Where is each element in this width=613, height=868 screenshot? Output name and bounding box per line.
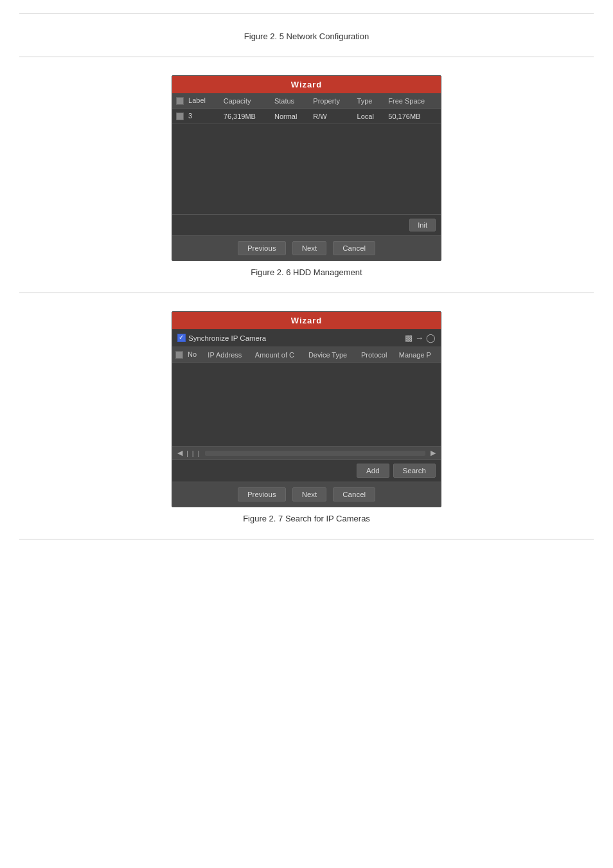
bottom-divider (19, 539, 594, 539)
hdd-init-button[interactable]: Init (409, 219, 436, 231)
camera-icon: ◯ (426, 333, 436, 343)
ipcam-empty-area (172, 363, 441, 446)
ipcam-header-row: No IP Address Amount of C Device Type Pr… (172, 347, 441, 363)
hdd-footer-bar: Init (172, 214, 441, 235)
sync-checkbox[interactable] (177, 334, 186, 342)
ipcam-select-all-checkbox[interactable] (175, 351, 183, 359)
hdd-select-all-checkbox[interactable] (176, 97, 184, 105)
hdd-next-button[interactable]: Next (292, 241, 327, 255)
hdd-col-property: Property (309, 93, 353, 109)
hdd-previous-button[interactable]: Previous (238, 241, 286, 255)
page-container: Figure 2. 5 Network Configuration Wizard… (0, 0, 613, 868)
scroll-track[interactable] (205, 451, 425, 456)
sync-label-container: Synchronize IP Camera (177, 334, 266, 342)
ipcam-add-button[interactable]: Add (357, 464, 389, 478)
scroll-sep2: | (191, 449, 195, 457)
hdd-table-wrap: Label Capacity Status Property Type Free… (172, 93, 441, 214)
hdd-col-status: Status (271, 93, 309, 109)
figure-1-caption: Figure 2. 5 Network Configuration (19, 32, 594, 41)
ipcam-bottom-bar: Previous Next Cancel (172, 482, 441, 507)
hdd-wizard-dialog: Wizard Label Capacity Status Property (172, 75, 441, 261)
ipcam-table: No IP Address Amount of C Device Type Pr… (172, 347, 441, 446)
ipcam-add-row: Add Search (172, 459, 441, 482)
hdd-empty-area (172, 124, 441, 214)
hdd-row-label: 3 (172, 109, 220, 124)
scroll-sep1: | (185, 449, 190, 457)
hdd-col-freespace: Free Space (384, 93, 441, 109)
ipcam-col-no: No (172, 347, 204, 363)
scroll-sep3: | (197, 449, 201, 457)
hdd-col-label: Label (172, 93, 220, 109)
hdd-cancel-button[interactable]: Cancel (333, 241, 375, 255)
scroll-right-arrow[interactable]: ▶ (429, 449, 437, 457)
ipcam-col-protocol: Protocol (358, 347, 396, 363)
section-network-config: Figure 2. 5 Network Configuration (0, 14, 613, 57)
scroll-left-arrow[interactable]: ◀ (176, 449, 184, 457)
ipcam-wizard-dialog: Wizard Synchronize IP Camera ▩ → ◯ (172, 311, 441, 507)
hdd-row-type: Local (353, 109, 385, 124)
hdd-row-checkbox[interactable] (176, 113, 184, 120)
hdd-row-freespace: 50,176MB (384, 109, 441, 124)
hdd-col-type: Type (353, 93, 385, 109)
sync-label-text: Synchronize IP Camera (188, 334, 266, 342)
hdd-table-header-row: Label Capacity Status Property Type Free… (172, 93, 441, 109)
hdd-row-status: Normal (271, 109, 309, 124)
hdd-table-row: 3 76,319MB Normal R/W Local 50,176MB (172, 109, 441, 124)
ipcam-col-devicetype: Device Type (305, 347, 358, 363)
ipcam-previous-button[interactable]: Previous (238, 487, 286, 502)
ipcam-col-amount: Amount of C (252, 347, 305, 363)
section-hdd: Wizard Label Capacity Status Property (0, 57, 613, 293)
figure-2-caption: Figure 2. 6 HDD Management (19, 267, 594, 277)
hdd-col-capacity: Capacity (220, 93, 271, 109)
ipcam-col-manage: Manage P (396, 347, 441, 363)
hdd-row-capacity: 76,319MB (220, 109, 271, 124)
hdd-wizard-titlebar: Wizard (172, 76, 441, 93)
ipcam-wizard-titlebar: Wizard (172, 312, 441, 329)
toolbar-icons: ▩ → ◯ (405, 333, 436, 343)
section-ipcam: Wizard Synchronize IP Camera ▩ → ◯ (0, 293, 613, 539)
hdd-table: Label Capacity Status Property Type Free… (172, 93, 441, 124)
ipcam-empty-row (172, 363, 441, 447)
ipcam-search-button[interactable]: Search (393, 464, 436, 478)
hdd-row-property: R/W (309, 109, 353, 124)
figure-3-caption: Figure 2. 7 Search for IP Cameras (19, 514, 594, 523)
ipcam-col-ip: IP Address (204, 347, 252, 363)
ipcam-scroll-bar: ◀ | | | ▶ (172, 446, 441, 459)
ipcam-next-button[interactable]: Next (292, 487, 327, 502)
monitor-icon: ▩ (405, 333, 413, 343)
ipcam-cancel-button[interactable]: Cancel (333, 487, 375, 502)
hdd-bottom-bar: Previous Next Cancel (172, 235, 441, 260)
ipcam-toolbar: Synchronize IP Camera ▩ → ◯ (172, 329, 441, 347)
arrow-icon: → (415, 333, 423, 343)
